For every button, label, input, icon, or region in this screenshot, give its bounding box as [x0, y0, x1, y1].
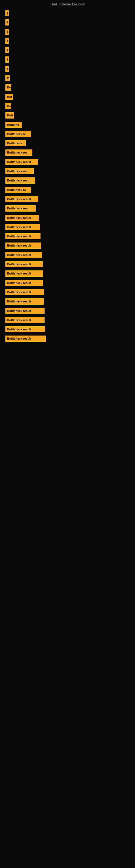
bar-label: Bot [5, 94, 13, 100]
bar-label: | [5, 29, 9, 35]
bar-label: | [5, 10, 9, 16]
bar-label: I [5, 56, 9, 62]
bar-label: I [5, 19, 9, 25]
bar-row: Bottleneck result [5, 233, 130, 239]
bar-label: Bottleneck result [5, 252, 42, 258]
bar-row: Bottleneck result [5, 271, 130, 276]
site-title: TheBottlenecker.com [0, 0, 135, 7]
bar-row: Bottleneck result [5, 317, 130, 323]
bar-label: Bottleneck result [5, 336, 46, 341]
bar-row: | [5, 29, 130, 35]
bar-label: I [5, 47, 9, 53]
bar-label: Bottleneck result [5, 233, 41, 239]
bar-label: E [5, 66, 9, 72]
bar-row: Bottleneck result [5, 308, 130, 314]
bar-label: Bottleneck result [5, 224, 40, 230]
bar-label: Bottleneck result [5, 215, 39, 221]
bar-row: Bottleneck result [5, 299, 130, 304]
bar-label: Bottleneck result [5, 280, 43, 286]
bar-row: Bottleneck result [5, 243, 130, 248]
bar-label: Bottleneck result [5, 159, 38, 165]
bar-label: E [5, 38, 9, 44]
bar-label: Bottleneck result [5, 243, 41, 248]
bar-label: Bottleneck [5, 140, 26, 146]
bar-row: Bottleneck res [5, 150, 130, 155]
bar-row: Bottleneck resu [5, 177, 130, 183]
bar-row: | [5, 10, 130, 16]
bar-row: Bottlene [5, 122, 130, 128]
bar-label: Bottleneck res [5, 150, 32, 155]
bar-label: Bottleneck resu [5, 205, 36, 211]
bar-row: Bottleneck re [5, 131, 130, 137]
bar-row: Bottleneck result [5, 224, 130, 230]
bar-row: Bo [5, 103, 130, 109]
bar-row: Bottleneck result [5, 336, 130, 341]
bar-label: Bo [5, 84, 11, 90]
bar-label: Bottleneck result [5, 271, 43, 276]
bar-label: Bottleneck result [5, 196, 38, 202]
bar-row: B [5, 75, 130, 81]
bar-row: E [5, 38, 130, 44]
bar-label: Bott [5, 112, 14, 118]
bar-label: Bottlene [5, 122, 21, 128]
bar-label: B [5, 75, 10, 81]
bar-label: Bottleneck result [5, 317, 45, 323]
bar-row: Bottleneck result [5, 159, 130, 165]
bar-label: Bottleneck res [5, 168, 34, 174]
bar-row: E [5, 66, 130, 72]
bar-label: Bottleneck resu [5, 177, 35, 183]
bar-row: Bottleneck result [5, 261, 130, 267]
bar-label: Bottleneck result [5, 326, 45, 332]
bar-row: Bottleneck result [5, 252, 130, 258]
bar-row: Bottleneck result [5, 215, 130, 221]
bar-label: Bottleneck result [5, 308, 45, 314]
bar-row: I [5, 56, 130, 62]
bar-label: Bottleneck result [5, 289, 44, 295]
bar-row: Bot [5, 94, 130, 100]
bar-row: Bottleneck result [5, 289, 130, 295]
bar-row: Bottleneck res [5, 168, 130, 174]
bars-container: |I|EIIEBBoBotBoBottBottleneBottleneck re… [0, 7, 135, 348]
bar-row: Bott [5, 112, 130, 118]
bar-row: Bottleneck result [5, 326, 130, 332]
bar-label: Bo [5, 103, 11, 109]
bar-row: Bottleneck result [5, 280, 130, 286]
bar-row: Bottleneck result [5, 196, 130, 202]
bar-label: Bottleneck re [5, 187, 31, 193]
bar-row: Bo [5, 84, 130, 90]
bar-label: Bottleneck re [5, 131, 31, 137]
bar-row: I [5, 47, 130, 53]
bar-row: Bottleneck re [5, 187, 130, 193]
bar-row: Bottleneck [5, 140, 130, 146]
bar-label: Bottleneck result [5, 299, 44, 304]
bar-row: I [5, 19, 130, 25]
bar-row: Bottleneck resu [5, 205, 130, 211]
bar-label: Bottleneck result [5, 261, 43, 267]
